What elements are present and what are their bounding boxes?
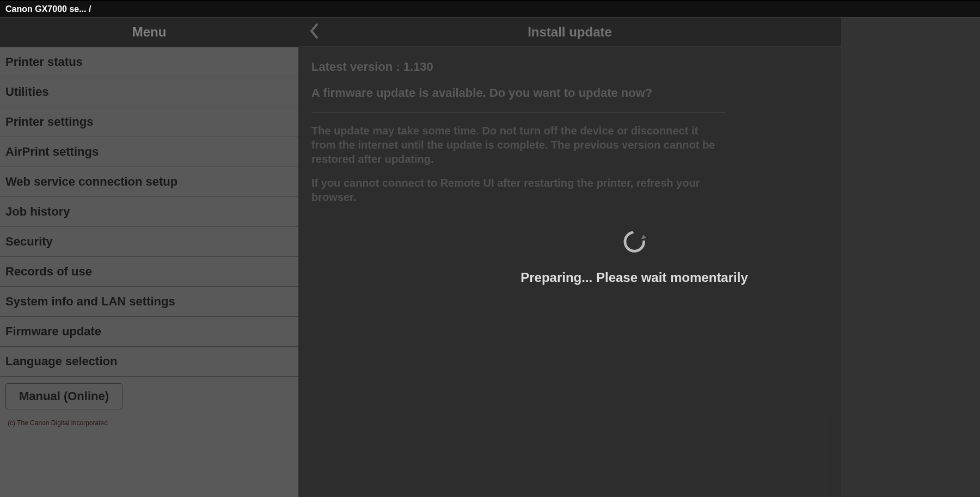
latest-version-line: Latest version : 1.130 <box>311 60 725 74</box>
sidebar-item-firmware-update[interactable]: Firmware update <box>0 317 298 347</box>
sidebar-item-web-service-connection-setup[interactable]: Web service connection setup <box>0 167 298 197</box>
sidebar-item-printer-status[interactable]: Printer status <box>0 47 298 77</box>
sidebar: Menu Printer statusUtilitiesPrinter sett… <box>0 17 298 497</box>
breadcrumb: Canon GX7000 se... / <box>5 4 91 14</box>
footer-copyright: (c) The Canon Digital Incorporated <box>0 416 298 430</box>
update-warning: The update may take some time. Do not tu… <box>311 124 725 166</box>
update-note: If you cannot connect to Remote UI after… <box>311 176 725 204</box>
breadcrumb-bar: Canon GX7000 se... / <box>0 0 980 17</box>
main-panel: Install update Latest version : 1.130 A … <box>298 17 841 497</box>
page-title: Install update <box>298 17 841 47</box>
sidebar-item-language-selection[interactable]: Language selection <box>0 347 298 377</box>
sidebar-item-printer-settings[interactable]: Printer settings <box>0 107 298 137</box>
manual-online-button[interactable]: Manual (Online) <box>5 383 122 409</box>
sidebar-item-records-of-use[interactable]: Records of use <box>0 257 298 287</box>
update-prompt: A firmware update is available. Do you w… <box>311 86 725 100</box>
back-button[interactable] <box>309 17 319 47</box>
sidebar-item-system-info-and-lan-settings[interactable]: System info and LAN settings <box>0 287 298 317</box>
sidebar-item-airprint-settings[interactable]: AirPrint settings <box>0 137 298 167</box>
sidebar-item-security[interactable]: Security <box>0 227 298 257</box>
sidebar-item-utilities[interactable]: Utilities <box>0 77 298 107</box>
chevron-left-icon <box>309 23 319 41</box>
menu-header: Menu <box>0 17 298 47</box>
main-header: Install update <box>298 17 841 47</box>
sidebar-item-job-history[interactable]: Job history <box>0 197 298 227</box>
